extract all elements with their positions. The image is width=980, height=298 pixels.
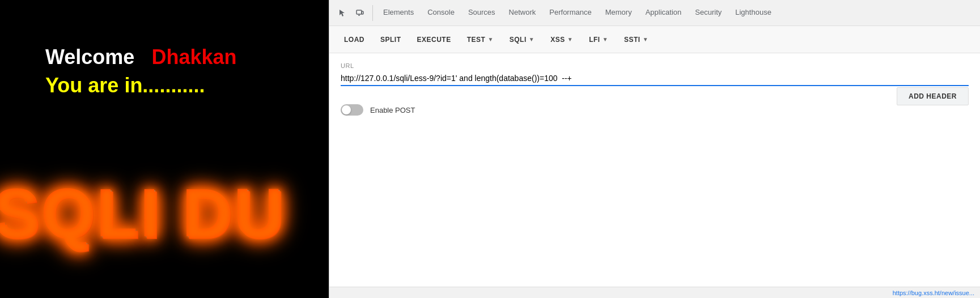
ssti-label: SSTI	[624, 36, 640, 44]
xss-arrow: ▼	[567, 36, 573, 42]
execute-label: EXECUTE	[417, 36, 451, 44]
test-arrow: ▼	[487, 36, 493, 42]
sqli-label: SQLI	[510, 36, 527, 44]
you-label: You are in...........	[45, 74, 205, 97]
cursor-icon[interactable]	[334, 5, 350, 21]
tab-performance[interactable]: Performance	[544, 0, 597, 26]
test-button[interactable]: TEST ▼	[459, 31, 502, 48]
tab-elements[interactable]: Elements	[377, 0, 419, 26]
add-header-button[interactable]: ADD HEADER	[897, 87, 969, 105]
devtools-panel: Elements Console Sources Network Perform…	[329, 0, 980, 298]
enable-post-label: Enable POST	[370, 106, 415, 114]
xss-label: XSS	[550, 36, 565, 44]
tab-lighthouse[interactable]: Lighthouse	[729, 0, 777, 26]
split-button[interactable]: SPLIT	[372, 31, 409, 48]
you-text: You are in...........	[45, 74, 205, 97]
xss-button[interactable]: XSS ▼	[542, 31, 581, 48]
ssti-button[interactable]: SSTI ▼	[616, 31, 656, 48]
tab-application[interactable]: Application	[640, 0, 688, 26]
name-label: Dhakkan	[151, 45, 236, 69]
toggle-row: Enable POST	[341, 104, 969, 116]
lfi-button[interactable]: LFI ▼	[581, 31, 616, 48]
load-button[interactable]: LOAD	[336, 31, 372, 48]
url-label: URL	[341, 62, 969, 69]
devtools-topbar: Elements Console Sources Network Perform…	[329, 0, 980, 26]
test-label: TEST	[467, 36, 486, 44]
sqli-dump-text: SQLI DU	[0, 174, 286, 253]
webpage-panel: Welcome Dhakkan You are in........... SQ…	[0, 0, 329, 298]
split-label: SPLIT	[380, 36, 401, 44]
sqli-arrow: ▼	[529, 36, 534, 42]
main-container: Welcome Dhakkan You are in........... SQ…	[0, 0, 980, 298]
svg-rect-1	[362, 11, 363, 14]
sqli-button[interactable]: SQLI ▼	[502, 31, 542, 48]
tab-memory[interactable]: Memory	[600, 0, 638, 26]
statusbar-text: https://bug.xss.ht/new/issue...	[893, 290, 974, 296]
load-label: LOAD	[344, 36, 364, 44]
sqli-label: SQLI DU	[0, 176, 286, 252]
topbar-separator	[372, 5, 373, 21]
lfi-arrow: ▼	[603, 36, 608, 42]
devtools-content: URL Enable POST ADD HEADER	[329, 53, 980, 287]
welcome-text: Welcome Dhakkan	[45, 45, 237, 69]
lfi-label: LFI	[589, 36, 600, 44]
tab-security[interactable]: Security	[689, 0, 727, 26]
hack-toolbar: LOAD SPLIT EXECUTE TEST ▼ SQLI ▼ XSS ▼ L…	[329, 26, 980, 53]
welcome-label: Welcome	[45, 45, 134, 69]
device-icon[interactable]	[352, 5, 368, 21]
tab-console[interactable]: Console	[422, 0, 460, 26]
svg-rect-0	[357, 10, 362, 14]
enable-post-toggle[interactable]	[341, 104, 363, 116]
ssti-arrow: ▼	[643, 36, 648, 42]
url-input[interactable]	[341, 71, 969, 86]
tab-sources[interactable]: Sources	[463, 0, 501, 26]
execute-button[interactable]: EXECUTE	[409, 31, 459, 48]
tab-network[interactable]: Network	[503, 0, 542, 26]
devtools-statusbar: https://bug.xss.ht/new/issue...	[329, 287, 980, 298]
